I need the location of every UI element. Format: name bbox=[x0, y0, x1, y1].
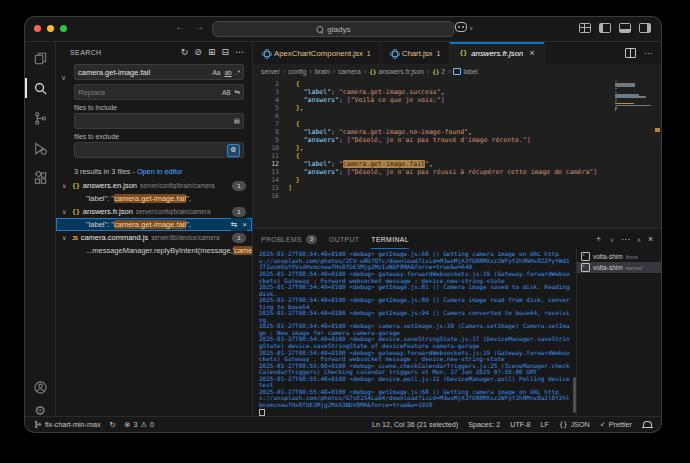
panel-tab-problems[interactable]: PROBLEMS3 bbox=[261, 229, 317, 249]
code-line[interactable]: 8 "label": "camera.get-image.no-image-fo… bbox=[253, 128, 613, 136]
new-terminal-icon[interactable]: ＋ bbox=[594, 233, 603, 245]
code-line[interactable]: 6 bbox=[253, 112, 613, 120]
notifications-bell-icon[interactable] bbox=[643, 421, 652, 428]
editor-group: ApexChartComponent.jsx1Chart.jsx1{}answe… bbox=[253, 42, 661, 416]
settings-gear-icon[interactable]: ⚙ bbox=[25, 398, 55, 422]
match-case-icon[interactable]: Aa bbox=[212, 69, 220, 76]
json-icon: {} bbox=[432, 68, 439, 75]
breadcrumb-item[interactable]: config bbox=[288, 68, 306, 75]
editor-tab[interactable]: {}answers.fr.json× bbox=[450, 42, 544, 64]
breadcrumb-item[interactable]: brain bbox=[315, 68, 330, 75]
open-in-editor-link[interactable]: Open in editor bbox=[137, 167, 183, 176]
replace-all-icon[interactable]: ⇆ bbox=[235, 88, 240, 96]
use-exclude-settings-icon[interactable]: ⚙ bbox=[227, 144, 240, 157]
indentation-indicator[interactable]: Spaces: 2 bbox=[468, 420, 500, 429]
code-line[interactable]: 10 }, bbox=[253, 144, 613, 152]
replace-input[interactable] bbox=[78, 88, 222, 97]
line-content: } bbox=[288, 176, 300, 184]
breadcrumb-item[interactable]: camera bbox=[338, 68, 361, 75]
accounts-icon[interactable] bbox=[25, 375, 55, 399]
maximize-panel-icon[interactable]: ∧ bbox=[637, 236, 641, 243]
code-line[interactable]: 12 "label": "camera.get-image.fail", bbox=[253, 160, 613, 168]
search-input[interactable] bbox=[78, 68, 212, 77]
search-open-editors-icon[interactable]: ▤ bbox=[234, 117, 240, 125]
close-window-button[interactable] bbox=[34, 25, 41, 32]
zoom-window-button[interactable] bbox=[60, 25, 67, 32]
preserve-case-icon[interactable]: AB bbox=[222, 89, 231, 96]
breadcrumb-item[interactable]: label bbox=[453, 68, 477, 75]
language-indicator[interactable]: {}JSON bbox=[559, 420, 590, 429]
whole-word-icon[interactable]: ab bbox=[224, 69, 231, 76]
code-line[interactable]: 16 bbox=[253, 192, 613, 200]
search-match-row[interactable]: "label": "camera.get-image.fail", bbox=[56, 192, 252, 205]
files-to-include-box: ▤ bbox=[74, 113, 244, 129]
code-line[interactable]: 14 } bbox=[253, 176, 613, 184]
formatter-indicator[interactable]: ✓Prettier bbox=[600, 420, 632, 429]
encoding-indicator[interactable]: UTF-8 bbox=[510, 420, 530, 429]
terminal-dropdown-chevron-icon[interactable]: ∨ bbox=[610, 236, 614, 243]
code-line[interactable]: 3 "label": "camera.get-image.success", bbox=[253, 88, 613, 96]
explorer-icon[interactable] bbox=[25, 46, 55, 70]
replace-match-icon[interactable]: ⇆ bbox=[231, 220, 238, 229]
minimize-window-button[interactable] bbox=[47, 25, 54, 32]
navigate-forward-icon[interactable]: → bbox=[194, 21, 204, 32]
minimap[interactable] bbox=[615, 81, 653, 114]
code-line[interactable]: 9 "answers": ["Désolé, je n'ai pas trouv… bbox=[253, 136, 613, 144]
editor-tab[interactable]: Chart.jsx1 bbox=[381, 42, 451, 64]
breadcrumb-item[interactable]: {}answers.fr.json bbox=[369, 68, 424, 75]
sync-changes-icon[interactable]: ↻ bbox=[110, 420, 116, 429]
run-debug-icon[interactable] bbox=[25, 136, 55, 160]
terminal-list-item[interactable]: volta-shimfront bbox=[577, 251, 661, 262]
dismiss-match-icon[interactable]: × bbox=[242, 220, 247, 229]
more-actions-icon[interactable]: ⋯ bbox=[235, 48, 244, 57]
clear-search-results-icon[interactable]: ⊘ bbox=[194, 48, 202, 57]
breadcrumb-item[interactable]: {}2 bbox=[432, 68, 445, 75]
files-to-include-input[interactable] bbox=[78, 117, 234, 126]
search-match-row[interactable]: "label": "camera.get-image.fail",⇆× bbox=[56, 218, 252, 231]
search-result-file[interactable]: ∨JScamera.command.jsserver/lib/device/ca… bbox=[56, 231, 252, 244]
panel-tab-terminal[interactable]: TERMINAL bbox=[371, 229, 409, 249]
search-result-file[interactable]: ∨{}answers.fr.jsonserver/config/brain/ca… bbox=[56, 205, 252, 218]
editor-more-actions-icon[interactable]: ⋯ bbox=[644, 49, 652, 58]
code-line[interactable]: 11 { bbox=[253, 152, 613, 160]
cursor-position-indicator[interactable]: Ln 12, Col 36 (21 selected) bbox=[372, 420, 458, 429]
split-editor-icon[interactable] bbox=[625, 48, 636, 58]
terminal-output[interactable]: 2025-01-27T08:54:49+0100 <debug> getImag… bbox=[253, 249, 576, 416]
code-line[interactable]: 5 }, bbox=[253, 104, 613, 112]
code-editor[interactable]: 2 {3 "label": "camera.get-image.success"… bbox=[253, 78, 661, 228]
toggle-replace-chevron-icon[interactable]: ∨ bbox=[61, 74, 66, 82]
problems-indicator[interactable]: ⊗3 ⚠0 bbox=[125, 420, 154, 429]
extensions-icon[interactable] bbox=[25, 166, 55, 190]
open-new-search-editor-icon[interactable]: ⊞ bbox=[208, 48, 216, 57]
search-view-icon[interactable] bbox=[25, 76, 55, 100]
regex-icon[interactable]: .* bbox=[236, 69, 240, 76]
files-to-exclude-input[interactable] bbox=[78, 146, 227, 155]
code-line[interactable]: 13 "answers": ["Désolé, je n'ai pas réus… bbox=[253, 168, 613, 176]
code-line[interactable]: 7 { bbox=[253, 120, 613, 128]
code-line[interactable]: 15] bbox=[253, 184, 613, 192]
command-center-search[interactable]: gladys bbox=[212, 21, 454, 37]
eol-indicator[interactable]: LF bbox=[541, 420, 549, 429]
terminal-list-item[interactable]: volta-shimserver bbox=[577, 262, 661, 273]
search-match-row[interactable]: ...messageManager.replyByIntent(message,… bbox=[56, 244, 252, 257]
customize-layout-icon[interactable] bbox=[579, 23, 591, 33]
code-line[interactable]: 2 { bbox=[253, 80, 613, 88]
breadcrumb-item[interactable]: server bbox=[261, 68, 280, 75]
close-tab-icon[interactable]: × bbox=[529, 48, 534, 58]
refresh-icon[interactable]: ↻ bbox=[181, 48, 189, 57]
panel-tab-output[interactable]: OUTPUT bbox=[329, 229, 359, 249]
toggle-secondary-sidebar-icon[interactable] bbox=[639, 23, 651, 33]
editor-tab[interactable]: ApexChartComponent.jsx1 bbox=[253, 42, 381, 64]
panel-more-actions-icon[interactable]: ⋯ bbox=[621, 234, 630, 244]
navigate-back-icon[interactable]: ← bbox=[175, 21, 185, 32]
terminal-scrollbar[interactable] bbox=[573, 377, 576, 413]
bottom-panel: PROBLEMS3OUTPUTTERMINAL ＋ ∨ ⋯ ∧ × 2025-0… bbox=[253, 228, 661, 416]
search-result-file[interactable]: ∨{}answers.en.jsonserver/config/brain/ca… bbox=[56, 179, 252, 192]
copilot-menu[interactable]: ∨ bbox=[455, 22, 473, 32]
toggle-panel-icon[interactable] bbox=[619, 23, 631, 33]
source-control-icon[interactable] bbox=[25, 106, 55, 130]
collapse-all-icon[interactable]: ⊟ bbox=[221, 48, 229, 57]
close-panel-icon[interactable]: × bbox=[648, 234, 653, 244]
code-line[interactable]: 4 "answers": ["Voilà ce que je vois:"] bbox=[253, 96, 613, 104]
toggle-primary-sidebar-icon[interactable] bbox=[599, 23, 611, 33]
